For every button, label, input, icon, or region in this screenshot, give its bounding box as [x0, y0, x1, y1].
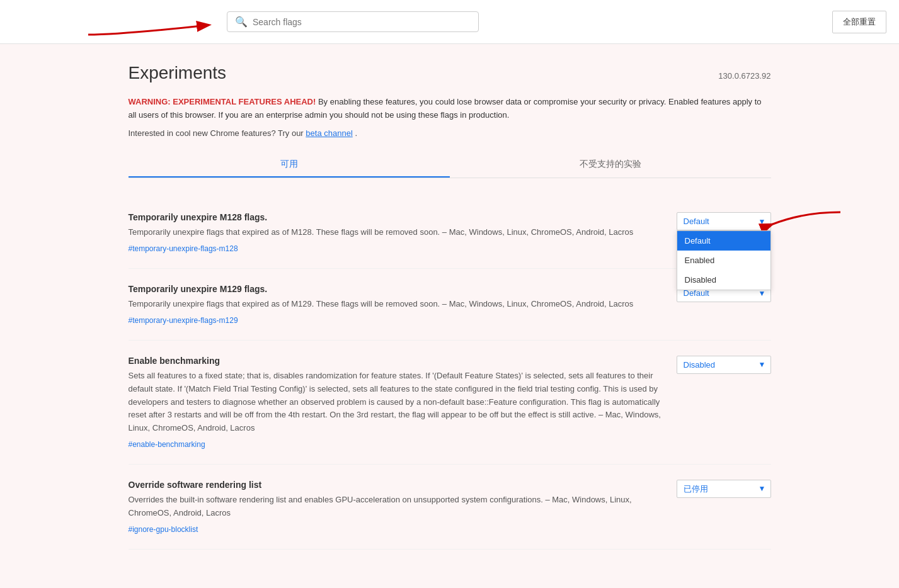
warning-bold: WARNING: EXPERIMENTAL FEATURES AHEAD!	[129, 97, 316, 106]
flag-info: Temporarily unexpire M128 flags. Tempora…	[129, 212, 664, 253]
flag-select-4[interactable]: 已停用 Enabled Disabled	[677, 480, 771, 498]
warning-paragraph: WARNING: EXPERIMENTAL FEATURES AHEAD! By…	[129, 96, 771, 122]
flag-title: Temporarily unexpire M129 flags.	[129, 284, 664, 294]
flag-title: Enable benchmarking	[129, 356, 664, 366]
dropdown-menu-1: Default Enabled Disabled	[677, 230, 771, 290]
select-wrapper-1: Default Enabled Disabled ▼	[677, 212, 771, 230]
search-area: 🔍	[227, 11, 479, 32]
interest-text: Interested in cool new Chrome features? …	[129, 128, 306, 138]
flag-desc: Temporarily unexpire flags that expired …	[129, 298, 664, 311]
flag-control: Default Enabled Disabled ▼	[677, 356, 771, 374]
flag-link[interactable]: #temporary-unexpire-flags-m129	[129, 316, 664, 325]
search-input[interactable]	[253, 17, 471, 27]
interest-paragraph: Interested in cool new Chrome features? …	[129, 127, 771, 140]
flag-control: Default Enabled Disabled ▼ Default Enabl…	[677, 212, 771, 230]
main-content: Experiments 130.0.6723.92 WARNING: EXPER…	[103, 44, 796, 568]
version-text: 130.0.6723.92	[718, 71, 770, 81]
flag-info: Temporarily unexpire M129 flags. Tempora…	[129, 284, 664, 325]
flag-info: Override software rendering list Overrid…	[129, 480, 664, 534]
dropdown-item-enabled[interactable]: Enabled	[677, 251, 770, 270]
flag-title: Temporarily unexpire M128 flags.	[129, 212, 664, 222]
warning-box: WARNING: EXPERIMENTAL FEATURES AHEAD! By…	[129, 96, 771, 140]
flag-link[interactable]: #enable-benchmarking	[129, 440, 664, 449]
dropdown-item-disabled[interactable]: Disabled	[677, 270, 770, 290]
flag-link[interactable]: #ignore-gpu-blocklist	[129, 525, 664, 534]
flag-select-1[interactable]: Default Enabled Disabled	[677, 212, 771, 230]
flag-item: Override software rendering list Overrid…	[129, 465, 771, 550]
flag-title: Override software rendering list	[129, 480, 664, 490]
flag-link[interactable]: #temporary-unexpire-flags-m128	[129, 244, 664, 253]
dropdown-item-default[interactable]: Default	[677, 231, 770, 251]
flag-desc: Sets all features to a fixed state; that…	[129, 370, 664, 435]
tab-unsupported[interactable]: 不受支持的实验	[450, 152, 771, 178]
tab-available[interactable]: 可用	[129, 152, 450, 178]
flag-info: Enable benchmarking Sets all features to…	[129, 356, 664, 449]
search-box: 🔍	[227, 11, 479, 32]
flag-item: Temporarily unexpire M128 flags. Tempora…	[129, 197, 771, 269]
beta-suffix: .	[355, 128, 357, 138]
flag-item: Temporarily unexpire M129 flags. Tempora…	[129, 269, 771, 341]
reset-button[interactable]: 全部重置	[832, 11, 886, 33]
flag-desc: Overrides the built-in software renderin…	[129, 494, 664, 520]
flag-list: Temporarily unexpire M128 flags. Tempora…	[129, 197, 771, 549]
flag-desc: Temporarily unexpire flags that expired …	[129, 226, 664, 239]
header: 🔍 全部重置	[0, 0, 899, 44]
select-wrapper-4: 已停用 Enabled Disabled ▼	[677, 480, 771, 498]
search-icon: 🔍	[235, 16, 248, 28]
dropdown-open: Default Enabled Disabled ▼ Default Enabl…	[677, 212, 771, 230]
select-wrapper-3: Default Enabled Disabled ▼	[677, 356, 771, 374]
flag-item: Enable benchmarking Sets all features to…	[129, 341, 771, 465]
tabs-container: 可用 不受支持的实验	[129, 152, 771, 178]
flag-select-3[interactable]: Default Enabled Disabled	[677, 356, 771, 374]
page-header: Experiments 130.0.6723.92	[129, 63, 771, 83]
page-title: Experiments	[129, 63, 227, 83]
arrow-to-search	[82, 6, 239, 44]
beta-channel-link[interactable]: beta channel	[306, 128, 352, 138]
flag-control: 已停用 Enabled Disabled ▼	[677, 480, 771, 498]
